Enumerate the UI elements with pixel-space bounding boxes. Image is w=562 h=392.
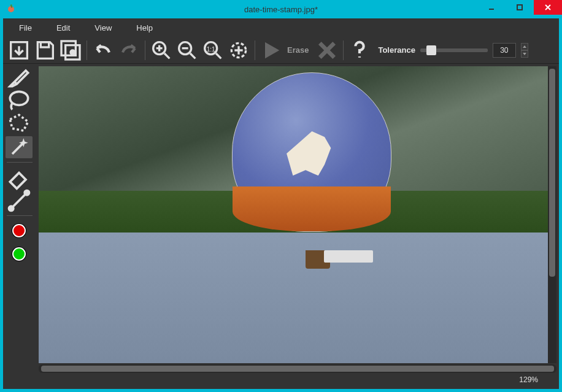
main-area: 129% (3, 64, 559, 389)
color-primary[interactable] (6, 220, 33, 242)
svg-rect-6 (40, 42, 48, 47)
open-button[interactable] (7, 38, 31, 63)
maximize-button[interactable] (506, 0, 534, 15)
hscroll-row (39, 364, 556, 373)
line-tool[interactable] (6, 190, 33, 212)
redo-button[interactable] (117, 38, 141, 63)
color-secondary[interactable] (6, 243, 33, 265)
polygon-tool[interactable] (6, 113, 33, 135)
red-swatch (12, 224, 26, 237)
svg-text:1:1: 1:1 (207, 45, 215, 52)
menu-file[interactable]: File (8, 21, 43, 35)
window-title: date-time-stamp.jpg* (244, 5, 318, 14)
marker-tool[interactable] (6, 66, 33, 88)
separator (343, 40, 344, 60)
cancel-button[interactable] (315, 38, 339, 63)
horizontal-scrollbar[interactable] (39, 364, 556, 373)
close-button[interactable] (534, 0, 562, 15)
zoom-out-button[interactable] (175, 38, 199, 63)
erase-run-button[interactable] (259, 38, 283, 63)
tolerance-label: Tolerance (378, 45, 415, 55)
side-toolbar (3, 64, 36, 389)
separator (145, 40, 145, 60)
titlebar: date-time-stamp.jpg* (0, 0, 562, 18)
minimize-button[interactable] (477, 0, 506, 15)
menu-edit[interactable]: Edit (45, 21, 81, 35)
svg-point-23 (10, 91, 28, 105)
image-balloon (232, 72, 404, 281)
separator (7, 162, 33, 163)
svg-point-9 (71, 50, 75, 55)
separator (87, 40, 87, 60)
app-window: date-time-stamp.jpg* File Edit View Help… (0, 0, 562, 392)
svg-rect-2 (517, 5, 522, 10)
svg-line-18 (216, 53, 221, 58)
magic-wand-tool[interactable] (6, 136, 33, 158)
scrollbar-thumb[interactable] (41, 366, 554, 372)
lasso-tool[interactable] (6, 90, 33, 112)
tolerance-group: Tolerance 30 (378, 43, 528, 58)
svg-line-11 (164, 53, 169, 58)
separator (255, 40, 255, 60)
tolerance-spinner (521, 43, 528, 58)
statusbar: 129% (39, 373, 556, 386)
zoom-in-button[interactable] (149, 38, 174, 63)
scrollbar-thumb[interactable] (549, 69, 555, 277)
compare-button[interactable] (58, 38, 83, 63)
balloon-unicorn (280, 120, 344, 175)
tolerance-slider[interactable] (420, 48, 488, 52)
svg-line-27 (12, 194, 26, 207)
erase-label: Erase (287, 45, 309, 55)
balloon-band (233, 186, 391, 231)
svg-line-24 (12, 143, 23, 154)
spin-down-button[interactable] (521, 50, 528, 58)
app-body: File Edit View Help 1:1 Erase Tolerance (3, 18, 559, 389)
balloon-envelope (232, 72, 391, 232)
app-icon (5, 3, 17, 15)
image-boat (324, 250, 373, 263)
menubar: File Edit View Help (3, 18, 559, 37)
canvas-viewport (39, 66, 556, 363)
zoom-actual-button[interactable]: 1:1 (201, 38, 225, 63)
zoom-fit-button[interactable] (226, 38, 251, 63)
canvas-image[interactable] (39, 66, 548, 363)
window-controls (477, 0, 562, 18)
slider-thumb[interactable] (426, 45, 436, 55)
separator (7, 215, 33, 216)
tolerance-input[interactable]: 30 (493, 43, 516, 58)
canvas-area: 129% (36, 64, 559, 389)
undo-button[interactable] (91, 38, 115, 63)
spin-up-button[interactable] (521, 43, 528, 50)
menu-help[interactable]: Help (125, 21, 164, 35)
help-button[interactable] (347, 38, 372, 63)
vertical-scrollbar[interactable] (548, 66, 556, 363)
toolbar: 1:1 Erase Tolerance 30 (3, 37, 559, 64)
svg-line-15 (190, 53, 195, 58)
menu-view[interactable]: View (83, 21, 123, 35)
eraser-tool[interactable] (6, 166, 33, 188)
save-button[interactable] (33, 38, 57, 63)
zoom-level: 129% (519, 375, 538, 384)
green-swatch (12, 247, 26, 261)
